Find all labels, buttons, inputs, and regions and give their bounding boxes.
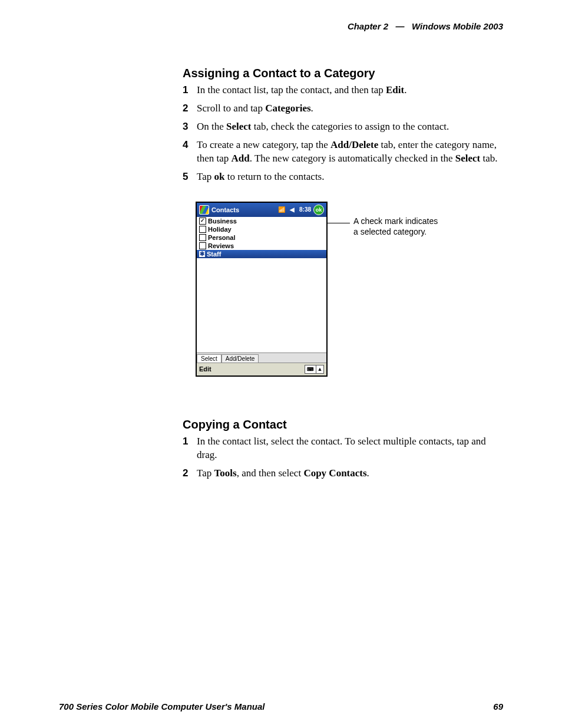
category-item-staff[interactable]: ✱ Staff bbox=[197, 250, 326, 258]
steps-assign: 1 In the contact list, tap the contact, … bbox=[183, 84, 503, 184]
steps-copy: 1 In the contact list, select the contac… bbox=[183, 435, 503, 480]
step-5: 5 Tap ok to return to the contacts. bbox=[183, 170, 503, 184]
copy-step-1: 1 In the contact list, select the contac… bbox=[183, 435, 503, 462]
copy-step-2: 2 Tap Tools, and then select Copy Contac… bbox=[183, 467, 503, 480]
step-4: 4 To create a new category, tap the Add/… bbox=[183, 139, 503, 166]
device-tabs: Select Add/Delete bbox=[197, 353, 326, 363]
ok-button[interactable]: ok bbox=[313, 205, 324, 215]
footer-manual-title: 700 Series Color Mobile Computer User's … bbox=[59, 701, 265, 711]
page-header: Chapter 2 — Windows Mobile 2003 bbox=[59, 21, 503, 31]
section-heading-assign: Assigning a Contact to a Category bbox=[183, 67, 503, 80]
section-heading-copy: Copying a Contact bbox=[183, 418, 503, 431]
checkbox-icon[interactable] bbox=[199, 226, 206, 233]
device-bottombar: Edit ⌨ ▲ bbox=[197, 363, 326, 375]
chapter-title: Windows Mobile 2003 bbox=[412, 21, 503, 31]
checkbox-icon[interactable] bbox=[199, 242, 206, 249]
chevron-up-icon[interactable]: ▲ bbox=[316, 365, 324, 374]
device-titlebar[interactable]: Contacts 📶 ◀ 8:38 ok bbox=[197, 203, 326, 217]
volume-icon: ◀ bbox=[290, 206, 295, 213]
keyboard-icon[interactable]: ⌨ bbox=[305, 365, 316, 374]
category-item-reviews[interactable]: Reviews bbox=[197, 242, 326, 250]
chapter-label: Chapter 2 bbox=[348, 21, 388, 31]
tab-add-delete[interactable]: Add/Delete bbox=[222, 354, 259, 363]
device-time: 8:38 bbox=[299, 206, 311, 213]
step-1: 1 In the contact list, tap the contact, … bbox=[183, 84, 503, 97]
device-screenshot: Contacts 📶 ◀ 8:38 ok ✓ Business Holiday bbox=[196, 202, 328, 377]
step-3: 3 On the Select tab, check the categorie… bbox=[183, 120, 503, 134]
callout-line bbox=[326, 223, 350, 223]
footer-page-number: 69 bbox=[493, 701, 503, 711]
edit-menu[interactable]: Edit bbox=[199, 365, 211, 373]
category-item-business[interactable]: ✓ Business bbox=[197, 217, 326, 225]
page-footer: 700 Series Color Mobile Computer User's … bbox=[59, 701, 503, 711]
header-sep: — bbox=[396, 21, 405, 31]
windows-flag-icon[interactable] bbox=[199, 205, 209, 215]
signal-icon: 📶 bbox=[278, 206, 285, 213]
figure-row: Contacts 📶 ◀ 8:38 ok ✓ Business Holiday bbox=[196, 202, 503, 377]
callout-text: A check mark indicates a selected catego… bbox=[353, 216, 438, 237]
step-2: 2 Scroll to and tap Categories. bbox=[183, 102, 503, 116]
tab-select[interactable]: Select bbox=[197, 354, 222, 363]
selection-indicator-icon: ✱ bbox=[199, 251, 205, 257]
category-item-holiday[interactable]: Holiday bbox=[197, 225, 326, 233]
checkbox-icon[interactable] bbox=[199, 234, 206, 241]
device-title: Contacts bbox=[211, 206, 239, 213]
category-list: ✓ Business Holiday Personal Reviews bbox=[197, 217, 326, 353]
category-item-personal[interactable]: Personal bbox=[197, 233, 326, 242]
checkbox-checked-icon[interactable]: ✓ bbox=[199, 218, 206, 225]
